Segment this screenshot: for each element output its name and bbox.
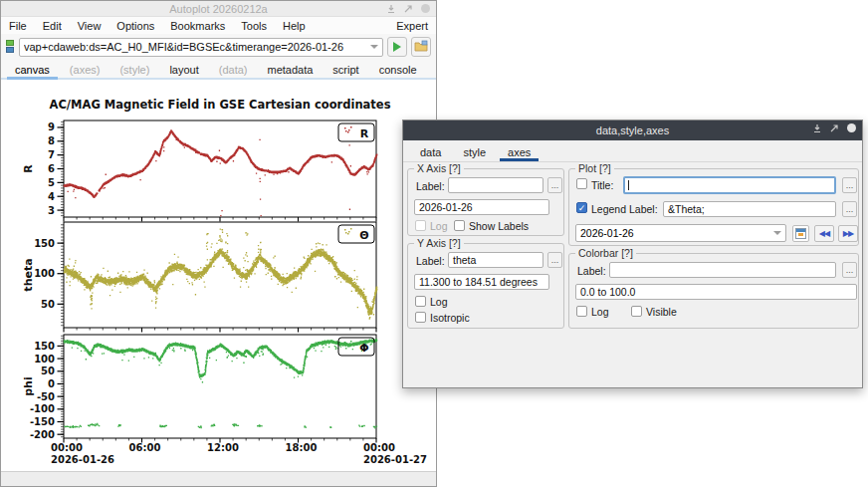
plot-canvas[interactable]: AC/MAG Magnetic Field in GSE Cartesian c… bbox=[1, 81, 436, 472]
play-icon bbox=[393, 42, 401, 52]
isotropic-label: Isotropic bbox=[430, 312, 470, 324]
colorbar-label-input[interactable] bbox=[609, 262, 836, 278]
svg-text:9: 9 bbox=[48, 122, 55, 132]
svg-text:Θ: Θ bbox=[359, 229, 368, 242]
magnetic-field-plot[interactable]: AC/MAG Magnetic Field in GSE Cartesian c… bbox=[1, 81, 436, 472]
show-labels-checkbox[interactable] bbox=[454, 220, 465, 231]
x-axis-group-title: X Axis [?] bbox=[414, 162, 464, 174]
y-label-more-button[interactable]: ... bbox=[547, 252, 562, 268]
status-bar bbox=[1, 471, 436, 486]
menu-help[interactable]: Help bbox=[275, 19, 314, 33]
tab-script[interactable]: script bbox=[323, 61, 368, 78]
uri-combobox[interactable]: vap+cdaweb:ds=AC_H0_MFI&id=BGSEc&timeran… bbox=[19, 38, 383, 57]
x-range-input[interactable]: 2026-01-26 bbox=[414, 199, 549, 215]
legend-caption: Legend Label: bbox=[591, 203, 658, 215]
visible-checkbox[interactable] bbox=[631, 306, 642, 317]
open-file-button[interactable] bbox=[411, 37, 431, 57]
dialog-tab-style[interactable]: style bbox=[452, 142, 497, 161]
svg-text:-150: -150 bbox=[30, 416, 55, 427]
menu-options[interactable]: Options bbox=[108, 19, 162, 33]
x-label-input[interactable] bbox=[448, 177, 543, 193]
tab-style[interactable]: (style) bbox=[109, 61, 159, 78]
tab-axes[interactable]: (axes) bbox=[60, 61, 110, 78]
prev-interval-button[interactable]: ◀◀ bbox=[814, 225, 834, 242]
svg-text:6: 6 bbox=[48, 163, 55, 174]
expert-menu[interactable]: Expert bbox=[396, 20, 428, 32]
svg-text:-100: -100 bbox=[30, 403, 55, 414]
title-checkbox[interactable] bbox=[576, 178, 587, 189]
x-label-more-button[interactable]: ... bbox=[547, 177, 562, 193]
y-label-caption: Label: bbox=[416, 255, 445, 267]
y-range-input[interactable]: 11.300 to 184.51 degrees bbox=[414, 274, 549, 290]
svg-text:AC/MAG Magnetic Field in GSE: AC/MAG Magnetic Field in GSE Cartesian c… bbox=[50, 98, 391, 112]
y-log-checkbox[interactable] bbox=[415, 296, 426, 307]
title-caption: Title: bbox=[591, 179, 613, 191]
svg-text:50: 50 bbox=[41, 299, 55, 310]
legend-label-checkbox[interactable]: ✓ bbox=[576, 202, 587, 213]
colorbar-log-checkbox[interactable] bbox=[576, 306, 587, 317]
svg-text:00:00: 00:00 bbox=[363, 442, 395, 453]
next-interval-button[interactable]: ▶▶ bbox=[838, 225, 858, 242]
y-axis-group: Y Axis [?] Label: theta ... 11.300 to 18… bbox=[407, 243, 564, 329]
uri-input[interactable]: vap+cdaweb:ds=AC_H0_MFI&id=BGSEc&timeran… bbox=[24, 41, 366, 53]
colorbar-range-input[interactable]: 0.0 to 100.0 bbox=[575, 284, 857, 300]
svg-text:2026-01-27: 2026-01-27 bbox=[363, 454, 427, 465]
datasource-icon bbox=[6, 40, 15, 54]
svg-text:100: 100 bbox=[34, 268, 55, 279]
svg-text:4: 4 bbox=[48, 191, 55, 202]
dialog-tab-data[interactable]: data bbox=[409, 142, 452, 161]
tab-canvas[interactable]: canvas bbox=[5, 61, 60, 78]
svg-text:5: 5 bbox=[48, 177, 55, 188]
go-button[interactable] bbox=[387, 37, 407, 57]
plot-group-title: Plot [?] bbox=[575, 162, 614, 174]
text-caret bbox=[628, 180, 629, 190]
menu-tools[interactable]: Tools bbox=[233, 19, 275, 33]
autoplot-window: Autoplot 20260212a File Edit View Option… bbox=[0, 0, 437, 487]
colorbar-log-label: Log bbox=[591, 306, 609, 318]
timerange-combobox[interactable]: 2026-01-26 bbox=[575, 224, 786, 242]
pin-icon[interactable] bbox=[386, 4, 396, 14]
svg-text:R: R bbox=[360, 127, 369, 140]
close-icon[interactable] bbox=[846, 122, 857, 133]
dialog-titlebar[interactable]: data,style,axes bbox=[403, 121, 862, 140]
plot-title-input[interactable] bbox=[623, 176, 836, 194]
main-tabbar: canvas (axes) (style) layout (data) meta… bbox=[1, 60, 436, 80]
pin-icon[interactable] bbox=[812, 123, 822, 133]
tab-layout[interactable]: layout bbox=[159, 61, 208, 78]
plot-title-more-button[interactable]: ... bbox=[842, 177, 857, 193]
folder-icon bbox=[414, 38, 428, 56]
svg-text:3: 3 bbox=[48, 205, 55, 216]
y-label-input[interactable]: theta bbox=[448, 252, 543, 268]
tab-metadata[interactable]: metadata bbox=[257, 61, 323, 78]
legend-more-button[interactable]: ... bbox=[842, 201, 857, 217]
svg-text:06:00: 06:00 bbox=[129, 442, 161, 453]
main-titlebar[interactable]: Autoplot 20260212a bbox=[1, 1, 436, 17]
x-log-checkbox[interactable] bbox=[415, 220, 426, 231]
svg-text:50: 50 bbox=[41, 365, 55, 376]
tab-console[interactable]: console bbox=[369, 61, 427, 78]
visible-label: Visible bbox=[646, 306, 677, 318]
svg-text:2026-01-26: 2026-01-26 bbox=[51, 454, 114, 465]
chevron-down-icon[interactable] bbox=[773, 231, 781, 235]
menu-bookmarks[interactable]: Bookmarks bbox=[162, 19, 233, 33]
isotropic-checkbox[interactable] bbox=[415, 312, 426, 323]
close-icon[interactable] bbox=[420, 3, 431, 14]
menu-file[interactable]: File bbox=[9, 19, 35, 33]
svg-text:-200: -200 bbox=[30, 429, 55, 440]
double-right-arrow-icon: ▶▶ bbox=[843, 229, 853, 238]
dialog-tab-axes[interactable]: axes bbox=[497, 142, 542, 161]
menu-bar: File Edit View Options Bookmarks Tools H… bbox=[1, 17, 436, 34]
svg-text:7: 7 bbox=[48, 149, 55, 160]
timerange-picker-button[interactable] bbox=[792, 225, 809, 242]
x-axis-group: X Axis [?] Label: ... 2026-01-26 Log Sho… bbox=[407, 168, 564, 236]
x-label-caption: Label: bbox=[416, 180, 445, 192]
tab-data[interactable]: (data) bbox=[209, 61, 258, 78]
colorbar-more-button[interactable]: ... bbox=[842, 262, 857, 278]
legend-label-input[interactable]: &Theta; bbox=[663, 201, 836, 217]
maximize-icon[interactable] bbox=[403, 4, 413, 14]
menu-view[interactable]: View bbox=[70, 19, 109, 33]
chevron-down-icon[interactable] bbox=[370, 45, 378, 49]
menu-edit[interactable]: Edit bbox=[35, 19, 70, 33]
maximize-icon[interactable] bbox=[829, 123, 839, 133]
colorbar-group-title: Colorbar [?] bbox=[575, 247, 636, 259]
